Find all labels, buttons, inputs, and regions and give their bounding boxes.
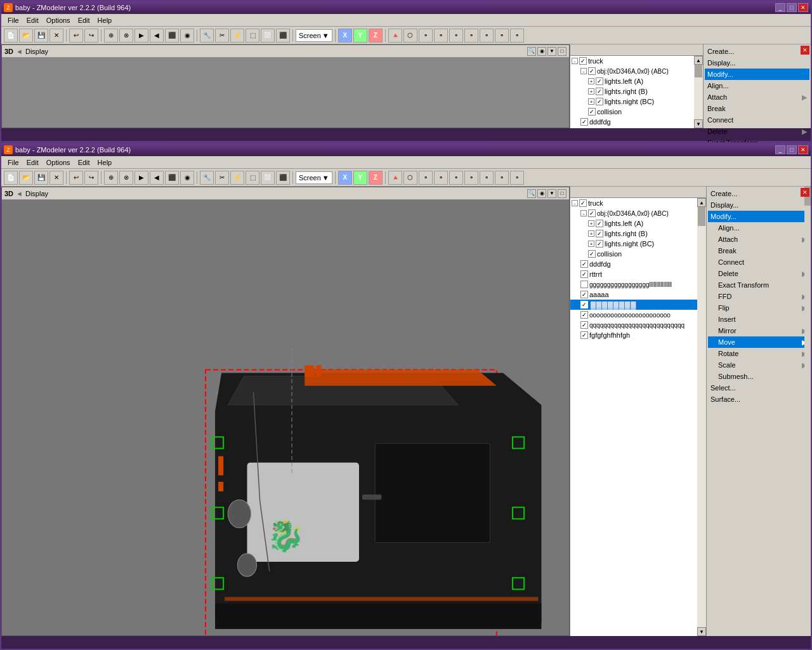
tree2-ll-check[interactable] <box>596 220 603 227</box>
tree1-obj-check[interactable] <box>588 67 596 75</box>
tree2-dddfdg-check[interactable] <box>580 260 588 268</box>
menu2-edit2[interactable]: Edit <box>74 157 94 168</box>
toolbar2-more6[interactable]: ⚬ <box>495 171 509 185</box>
tree2-aaaaa-check[interactable] <box>580 291 588 298</box>
tree2-lr-check[interactable] <box>596 230 603 237</box>
toolbar2-btn16[interactable]: ⬚ <box>246 171 259 185</box>
scroll2-down[interactable]: ▼ <box>697 627 706 636</box>
toolbar2-view[interactable]: 🔺 <box>388 171 402 185</box>
tree2-lr-expand[interactable]: + <box>588 230 594 237</box>
tree1-ln-expand[interactable]: + <box>588 98 594 105</box>
tree2-selected-check[interactable] <box>580 301 588 308</box>
menu2-help[interactable]: Help <box>94 157 116 168</box>
tree2-qqqqq[interactable]: qqqqqqqqqqqqqqqqqqqqqqqqqqq <box>570 320 697 330</box>
cmd1-modify[interactable]: Modify... <box>705 69 809 80</box>
tree1-truck-check[interactable] <box>579 57 587 65</box>
toolbar2-btn18[interactable]: ⬛ <box>276 171 290 185</box>
toolbar2-btn7[interactable]: ⊕ <box>104 171 118 185</box>
tree1-lights-right[interactable]: + lights.right (B) <box>570 86 703 96</box>
viewport1-maximize[interactable]: □ <box>558 47 566 56</box>
tree1-obj[interactable]: - obj:{0xD346A,0x0} (ABC) <box>570 66 703 76</box>
toolbar1-new[interactable]: 📄 <box>4 29 18 43</box>
toolbar2-btn8[interactable]: ⊗ <box>119 171 133 185</box>
menu2-edit[interactable]: Edit <box>23 157 43 168</box>
tree2-col-check[interactable] <box>588 250 596 258</box>
tree2-fgfgfg[interactable]: fgfgfghfhhfgh <box>570 330 697 340</box>
toolbar1-more3[interactable]: ⚬ <box>449 29 463 43</box>
scroll1-up[interactable]: ▲ <box>694 56 703 65</box>
toolbar2-new[interactable]: 📄 <box>4 171 18 185</box>
toolbar1-more2[interactable]: ⚬ <box>434 29 448 43</box>
viewport1-icon1[interactable]: 🔍 <box>527 47 536 56</box>
toolbar1-btn18[interactable]: ⬛ <box>276 29 290 43</box>
toolbar2-open[interactable]: 📂 <box>19 171 33 185</box>
cmd2-rotate[interactable]: Rotate▶ <box>708 348 809 359</box>
toolbar2-more2[interactable]: ⚬ <box>434 171 448 185</box>
cmd2-break[interactable]: Break <box>708 245 809 256</box>
tree2-ggggg-check[interactable] <box>580 281 588 288</box>
tree2-truck[interactable]: - truck <box>570 198 697 208</box>
cmd2-delete[interactable]: Delete▶ <box>708 268 809 279</box>
toolbar1-btn11[interactable]: ⬛ <box>165 29 179 43</box>
toolbar1-snap[interactable]: ⬡ <box>403 29 417 43</box>
toolbar2-axis-x[interactable]: X <box>338 171 352 185</box>
tree1-col-check[interactable] <box>588 108 596 116</box>
cmd2-ffd[interactable]: FFD▶ <box>708 291 809 302</box>
tree1-truck-expand[interactable]: - <box>572 58 578 64</box>
toolbar2-undo[interactable]: ↩ <box>69 171 83 185</box>
toolbar1-btn8[interactable]: ⊗ <box>119 29 133 43</box>
cmd1-align[interactable]: Align... <box>705 80 809 91</box>
scroll1-thumb[interactable] <box>695 65 702 77</box>
menu2-options[interactable]: Options <box>43 157 74 168</box>
viewport2-icon3[interactable]: ▼ <box>547 189 556 198</box>
tree2-selected[interactable]: ▓▓▓▓▓▓▓▓ <box>570 300 697 310</box>
tree2-ln-expand[interactable]: + <box>588 241 594 247</box>
toolbar2-btn13[interactable]: 🔧 <box>200 171 214 185</box>
scroll2-up[interactable]: ▲ <box>697 198 706 207</box>
toolbar1-more1[interactable]: ⚬ <box>419 29 433 43</box>
tree2-fgfgfg-check[interactable] <box>580 331 588 339</box>
tree2-obj-check[interactable] <box>588 209 596 217</box>
viewport2-icon1[interactable]: 🔍 <box>527 189 536 198</box>
tree1-ln-check[interactable] <box>596 98 603 105</box>
tree2-lights-right[interactable]: + lights.right (B) <box>570 229 697 239</box>
menu2-file[interactable]: File <box>4 157 23 168</box>
cmd1-attach[interactable]: Attach▶ <box>705 91 809 103</box>
cmd2-insert[interactable]: Insert <box>708 314 809 325</box>
tree2-lights-left[interactable]: + lights.left (A) <box>570 218 697 229</box>
viewport2-icon2[interactable]: ◉ <box>537 189 546 198</box>
cmd2-create[interactable]: Create... <box>708 188 809 199</box>
window2-maximize-btn[interactable]: □ <box>787 145 797 154</box>
toolbar1-axis-y[interactable]: Y <box>353 29 367 43</box>
viewport2-maximize[interactable]: □ <box>558 189 566 198</box>
toolbar2-btn4[interactable]: ✕ <box>49 171 63 185</box>
cmd2-attach[interactable]: Attach▶ <box>708 234 809 245</box>
toolbar2-more1[interactable]: ⚬ <box>419 171 433 185</box>
toolbar2-save[interactable]: 💾 <box>34 171 48 185</box>
cmd1-connect[interactable]: Connect <box>705 114 809 126</box>
tree1-obj-expand[interactable]: - <box>580 68 587 74</box>
window1-viewport[interactable]: 3D ◄ Display 🔍 ◉ ▼ □ <box>1 44 570 128</box>
toolbar1-axis-z[interactable]: Z <box>369 29 383 43</box>
viewport1-icon3[interactable]: ▼ <box>547 47 556 56</box>
menu1-edit2[interactable]: Edit <box>74 15 94 25</box>
toolbar2-screen-dropdown[interactable]: Screen ▼ <box>296 171 332 184</box>
menu1-help[interactable]: Help <box>94 15 116 25</box>
cmd2-surface[interactable]: Surface... <box>708 394 809 405</box>
toolbar1-axis-x[interactable]: X <box>338 29 352 43</box>
toolbar1-btn15[interactable]: ⚡ <box>230 29 244 43</box>
tree1-dddfdg[interactable]: dddfdg <box>570 117 703 127</box>
cmd2-scale[interactable]: Scale▶ <box>708 359 809 371</box>
toolbar1-more6[interactable]: ⚬ <box>495 29 509 43</box>
tree2-ggggg[interactable]: gggggggggggggggggllllllllllllllll <box>570 279 697 289</box>
tree1-lights-night[interactable]: + lights.night (BC) <box>570 96 703 107</box>
window2-viewport[interactable]: 3D ◄ Display 🔍 ◉ ▼ □ <box>1 187 570 636</box>
toolbar1-btn7[interactable]: ⊕ <box>104 29 118 43</box>
toolbar2-more4[interactable]: ⚬ <box>464 171 478 185</box>
toolbar1-more4[interactable]: ⚬ <box>464 29 478 43</box>
toolbar1-view[interactable]: 🔺 <box>388 29 402 43</box>
toolbar1-more5[interactable]: ⚬ <box>480 29 494 43</box>
window2-close-btn[interactable]: ✕ <box>798 145 808 154</box>
toolbar2-btn11[interactable]: ⬛ <box>165 171 179 185</box>
tree2-lights-night[interactable]: + lights.night (BC) <box>570 239 697 249</box>
